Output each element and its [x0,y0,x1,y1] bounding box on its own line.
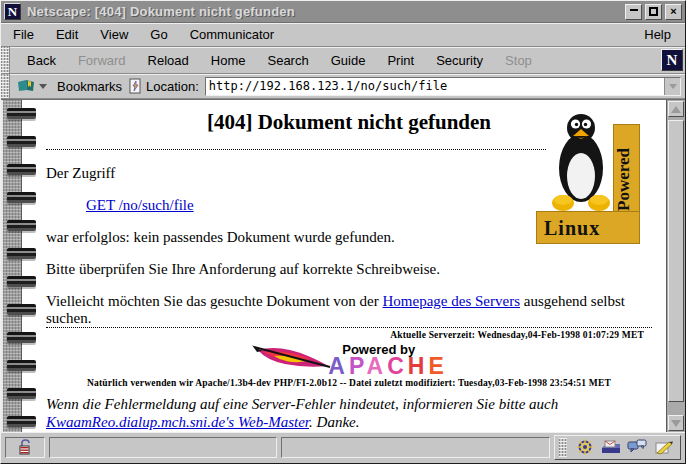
reload-button[interactable]: Reload [137,49,200,72]
navigation-toolbar: Back Forward Reload Home Search Guide Pr… [1,47,685,74]
security-indicator[interactable] [5,437,45,458]
close-icon: × [670,6,676,17]
homepage-link[interactable]: Homepage des Servers [383,293,520,309]
horizontal-rule-top [46,149,546,150]
apache-letter: H [408,353,429,379]
linux-powered-badge: Powered Linux [536,104,640,244]
menu-communicator[interactable]: Communicator [190,27,275,42]
mailbox-button[interactable] [598,438,624,457]
menu-go[interactable]: Go [150,27,167,42]
speech-bubbles-icon [627,439,647,455]
scrollbar-thumb[interactable] [668,120,684,402]
guide-button[interactable]: Guide [320,49,377,72]
paragraph-vielleicht: Vielleicht möchten Sie das gesuchte Doku… [46,293,652,327]
url-field-wrap [205,77,681,96]
maximize-button[interactable] [645,4,662,20]
apache-letter: E [428,353,447,379]
apache-logo-text: Powered by APACHE [328,342,447,377]
request-link[interactable]: GET /no/such/file [86,197,194,213]
security-button[interactable]: Security [425,49,494,72]
apache-letter: A [328,353,349,379]
browser-viewport: [404] Dokument nicht gefunden Powered Li… [1,99,685,432]
webmaster-link[interactable]: KwaamReo.dialup.mch.sni.de's Web-Master [46,414,309,430]
apache-logo: Powered by APACHE [46,342,652,377]
home-button[interactable]: Home [200,49,257,72]
ship-wheel-icon [575,438,595,456]
footer-note-pre: Wenn die Fehlermeldung auf eine Server-F… [46,396,558,412]
navigator-button[interactable] [572,438,598,457]
url-history-dropdown[interactable] [664,78,680,95]
bookmarks-dropdown-icon[interactable] [39,84,47,89]
netscape-window: N Netscape: [404] Dokument nicht gefunde… [0,0,686,464]
stop-button: Stop [494,49,543,72]
last-modified-text: Natürlich verwenden wir Apache/1.3b4-dev… [46,378,652,388]
discussions-button[interactable] [624,438,650,457]
menu-bar: File Edit View Go Communicator Help [1,23,685,47]
footer-note: Wenn die Fehlermeldung auf eine Server-F… [46,395,652,432]
paragraph-ueberpruefen: Bitte überprüfen Sie Ihre Anforderung au… [46,261,652,278]
location-bar-grip[interactable] [1,74,10,98]
menu-view[interactable]: View [100,27,128,42]
back-button[interactable]: Back [16,49,67,72]
url-input[interactable] [206,78,664,95]
component-bar [554,435,681,460]
window-title: Netscape: [404] Dokument nicht gefunden [27,4,622,19]
horizontal-rule-bottom [46,327,652,328]
toolbar-grip[interactable] [1,47,10,73]
unlocked-padlock-icon [18,439,32,455]
netscape-window-icon: N [4,3,21,20]
location-page-icon[interactable] [128,78,142,94]
print-button[interactable]: Print [376,49,425,72]
bookmarks-icon[interactable] [16,78,38,94]
menu-file[interactable]: File [13,27,34,42]
close-button[interactable]: × [665,4,682,20]
badge-linux-label: Linux [544,217,600,240]
menu-help[interactable]: Help [644,27,671,42]
scroll-up-button[interactable] [668,101,684,117]
arrow-up-icon [671,106,681,113]
apache-word: APACHE [328,357,447,377]
error-page: [404] Dokument nicht gefunden Powered Li… [22,100,666,432]
composer-button[interactable] [650,438,676,457]
status-message-panel [281,437,550,458]
menu-edit[interactable]: Edit [56,27,78,42]
location-label: Location: [146,79,199,94]
maximize-icon [649,7,658,16]
arrow-down-icon [671,420,681,427]
status-bar [1,432,685,463]
progress-panel [49,437,277,458]
paragraph-vielleicht-pre: Vielleicht möchten Sie das gesuchte Doku… [46,293,383,309]
title-bar[interactable]: N Netscape: [404] Dokument nicht gefunde… [1,1,685,23]
netscape-logo-icon[interactable]: N [661,49,683,71]
vertical-scrollbar[interactable] [666,100,685,432]
forward-button: Forward [67,49,137,72]
server-time-text: Aktuelle Serverzeit: Wednesday,04-Feb-19… [46,330,644,340]
component-bar-grip[interactable] [559,438,567,457]
bookmarks-label[interactable]: Bookmarks [57,79,122,94]
composer-pen-icon [653,439,673,455]
scrollbar-track[interactable] [668,118,684,414]
tux-penguin-icon [550,106,612,218]
chevron-down-icon [669,84,677,89]
search-button[interactable]: Search [256,49,319,72]
badge-powered-label: Powered [614,130,639,230]
minimize-icon [630,8,638,11]
inbox-icon [600,439,622,455]
spiral-binding-graphic [1,100,22,432]
location-bar: Bookmarks Location: [1,74,685,99]
apache-letter: A [367,353,388,379]
footer-note-post: . Danke. [309,414,359,430]
minimize-button[interactable] [625,4,642,20]
scroll-down-button[interactable] [668,415,684,431]
apache-letter: P [349,353,367,379]
apache-letter: C [387,353,408,379]
